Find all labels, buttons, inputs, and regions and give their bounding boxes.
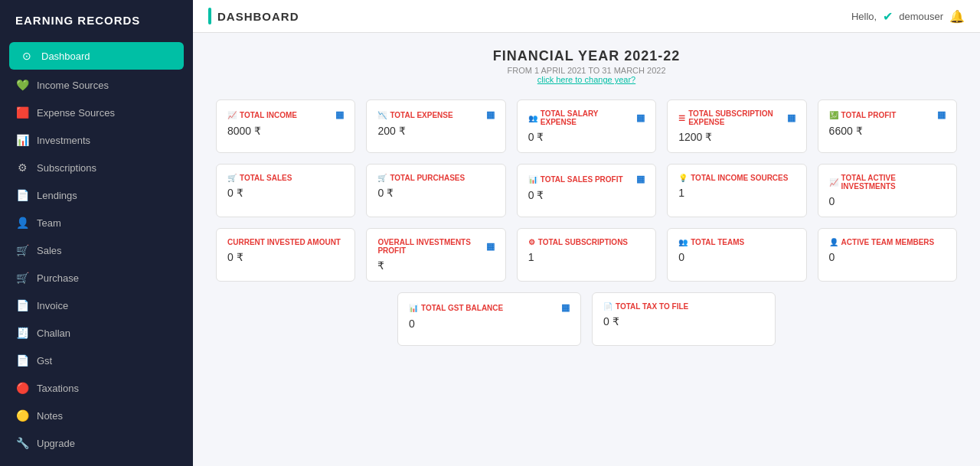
total-tax-icon: 📄 bbox=[603, 302, 612, 311]
card-total-purchases: 🛒 TOTAL PURCHASES 0 ₹ bbox=[366, 164, 505, 217]
sidebar-label-income-sources: Income Sources bbox=[37, 80, 109, 91]
card-total-profit: 💹 TOTAL PROFIT ▦ 6600 ₹ bbox=[818, 99, 957, 153]
active-team-members-value: 0 bbox=[829, 251, 946, 263]
card-label-total-subscriptions: ⚙ TOTAL SUBSCRIPTIONS bbox=[528, 238, 645, 246]
card-label-total-sales: 🛒 TOTAL SALES bbox=[227, 174, 344, 182]
total-profit-icon: 💹 bbox=[829, 111, 838, 119]
total-salary-icon: 👥 bbox=[528, 114, 537, 122]
header-username: demouser bbox=[899, 11, 943, 22]
total-expense-icon: 📉 bbox=[377, 111, 387, 119]
invoice-icon: 📄 bbox=[15, 299, 29, 311]
overall-investments-table-icon[interactable]: ▦ bbox=[486, 241, 495, 252]
sidebar-item-taxations[interactable]: 🔴 Taxations bbox=[0, 374, 193, 402]
total-income-value: 8000 ₹ bbox=[227, 125, 344, 137]
card-label-total-salary: 👥 TOTAL SALARY EXPENSE ▦ bbox=[528, 109, 645, 126]
total-expense-table-icon[interactable]: ▦ bbox=[486, 109, 495, 120]
total-subscriptions-icon: ⚙ bbox=[528, 238, 535, 246]
total-sales-value: 0 ₹ bbox=[227, 187, 344, 199]
sidebar-item-team[interactable]: 👤 Team bbox=[0, 209, 193, 236]
card-total-active-investments: 📈 TOTAL ACTIVE INVESTMENTS 0 bbox=[818, 164, 957, 217]
total-sales-profit-value: 0 ₹ bbox=[528, 189, 645, 201]
sidebar-item-invoice[interactable]: 📄 Invoice bbox=[0, 292, 193, 319]
total-salary-value: 0 ₹ bbox=[528, 131, 645, 143]
total-income-sources-icon: 💡 bbox=[678, 174, 688, 182]
card-total-tax-to-file: 📄 TOTAL TAX TO FILE 0 ₹ bbox=[592, 292, 776, 346]
notes-icon: 🟡 bbox=[15, 409, 29, 422]
card-label-total-income: 📈 TOTAL INCOME ▦ bbox=[227, 109, 344, 120]
expense-sources-icon: 🟥 bbox=[15, 106, 29, 119]
sidebar-label-sales: Sales bbox=[37, 245, 62, 256]
active-team-members-icon: 👤 bbox=[829, 238, 838, 246]
investments-icon: 📊 bbox=[15, 134, 29, 146]
header-right: Hello, ✔ demouser 🔔 bbox=[851, 9, 965, 24]
gst-icon: 📄 bbox=[15, 354, 29, 367]
card-label-current-invested: CURRENT INVESTED AMOUNT bbox=[227, 238, 344, 246]
sidebar-item-challan[interactable]: 🧾 Challan bbox=[0, 319, 193, 347]
app-title: EARNING RECORDS bbox=[0, 0, 193, 41]
sidebar-item-subscriptions[interactable]: ⚙ Subscriptions bbox=[0, 154, 193, 181]
page-title: DASHBOARD bbox=[217, 10, 299, 23]
card-label-total-gst: 📊 TOTAL GST BALANCE ▦ bbox=[409, 302, 570, 313]
sidebar-item-notes[interactable]: 🟡 Notes bbox=[0, 402, 193, 429]
sidebar-item-sales[interactable]: 🛒 Sales bbox=[0, 236, 193, 264]
sidebar-item-gst[interactable]: 📄 Gst bbox=[0, 347, 193, 374]
income-sources-icon: 💚 bbox=[15, 79, 29, 91]
fy-subtitle: FROM 1 APRIL 2021 TO 31 MARCH 2022 bbox=[216, 66, 957, 75]
card-active-team-members: 👤 ACTIVE TEAM MEMBERS 0 bbox=[818, 228, 957, 282]
total-sub-expense-icon: ☰ bbox=[678, 114, 685, 122]
fy-change-link[interactable]: click here to change year? bbox=[216, 75, 957, 84]
card-total-subscription-expense: ☰ TOTAL SUBSCRIPTION EXPENSE ▦ 1200 ₹ bbox=[667, 99, 806, 153]
card-label-total-active-investments: 📈 TOTAL ACTIVE INVESTMENTS bbox=[829, 174, 946, 191]
cards-row-2: 🛒 TOTAL SALES 0 ₹ 🛒 TOTAL PURCHASES 0 ₹ bbox=[216, 164, 957, 217]
card-total-income: 📈 TOTAL INCOME ▦ 8000 ₹ bbox=[216, 99, 355, 153]
total-active-investments-icon: 📈 bbox=[829, 178, 838, 187]
total-profit-value: 6600 ₹ bbox=[829, 125, 946, 137]
subscriptions-icon: ⚙ bbox=[15, 161, 29, 174]
sidebar-label-investments: Investments bbox=[37, 135, 90, 146]
card-total-subscriptions: ⚙ TOTAL SUBSCRIPTIONS 1 bbox=[517, 228, 656, 282]
card-total-salary-expense: 👥 TOTAL SALARY EXPENSE ▦ 0 ₹ bbox=[517, 99, 656, 153]
sidebar-item-expense-sources[interactable]: 🟥 Expense Sources bbox=[0, 99, 193, 126]
total-purchases-value: 0 ₹ bbox=[377, 187, 494, 199]
card-label-total-sales-profit: 📊 TOTAL SALES PROFIT ▦ bbox=[528, 174, 645, 184]
sidebar-label-team: Team bbox=[37, 217, 61, 229]
card-total-sales-profit: 📊 TOTAL SALES PROFIT ▦ 0 ₹ bbox=[517, 164, 656, 217]
total-sub-expense-table-icon[interactable]: ▦ bbox=[787, 112, 795, 123]
total-salary-table-icon[interactable]: ▦ bbox=[636, 112, 645, 123]
card-label-active-team-members: 👤 ACTIVE TEAM MEMBERS bbox=[829, 238, 946, 246]
header-accent bbox=[208, 8, 211, 24]
total-income-icon: 📈 bbox=[227, 111, 237, 119]
total-sales-profit-icon: 📊 bbox=[528, 175, 537, 184]
total-sub-expense-value: 1200 ₹ bbox=[678, 131, 795, 143]
cards-row-3: CURRENT INVESTED AMOUNT 0 ₹ OVERALL INVE… bbox=[216, 228, 957, 282]
header-hello: Hello, bbox=[851, 11, 877, 22]
total-subscriptions-value: 1 bbox=[528, 251, 645, 263]
total-sales-profit-table-icon[interactable]: ▦ bbox=[636, 174, 645, 184]
card-total-income-sources: 💡 TOTAL INCOME SOURCES 1 bbox=[667, 164, 806, 217]
card-total-expense: 📉 TOTAL EXPENSE ▦ 200 ₹ bbox=[366, 99, 505, 153]
sidebar-item-upgrade[interactable]: 🔧 Upgrade bbox=[0, 429, 193, 457]
card-total-gst-balance: 📊 TOTAL GST BALANCE ▦ 0 bbox=[397, 292, 581, 346]
card-total-teams: 👥 TOTAL TEAMS 0 bbox=[667, 228, 806, 282]
dashboard-icon: ⊙ bbox=[20, 50, 34, 62]
total-income-sources-value: 1 bbox=[678, 187, 795, 199]
sidebar-label-lendings: Lendings bbox=[37, 190, 77, 201]
sidebar-item-income-sources[interactable]: 💚 Income Sources bbox=[0, 71, 193, 99]
total-income-table-icon[interactable]: ▦ bbox=[335, 109, 344, 120]
sidebar-item-dashboard[interactable]: ⊙ Dashboard bbox=[9, 42, 184, 70]
card-label-total-purchases: 🛒 TOTAL PURCHASES bbox=[377, 174, 494, 182]
sidebar-item-lendings[interactable]: 📄 Lendings bbox=[0, 181, 193, 209]
total-gst-table-icon[interactable]: ▦ bbox=[561, 302, 570, 313]
bell-icon[interactable]: 🔔 bbox=[949, 9, 965, 24]
sidebar-item-investments[interactable]: 📊 Investments bbox=[0, 126, 193, 154]
cards-row-4: 📊 TOTAL GST BALANCE ▦ 0 📄 TOTAL TAX TO F… bbox=[216, 292, 957, 346]
sidebar-item-purchase[interactable]: 🛒 Purchase bbox=[0, 264, 193, 292]
total-profit-table-icon[interactable]: ▦ bbox=[937, 109, 946, 120]
total-gst-balance-value: 0 bbox=[409, 318, 570, 330]
total-tax-to-file-value: 0 ₹ bbox=[603, 315, 764, 328]
sidebar-label-taxations: Taxations bbox=[37, 383, 79, 394]
sidebar-label-purchase: Purchase bbox=[37, 272, 79, 284]
total-active-investments-value: 0 bbox=[829, 195, 946, 207]
sales-icon: 🛒 bbox=[15, 244, 29, 256]
upgrade-icon: 🔧 bbox=[15, 437, 29, 449]
